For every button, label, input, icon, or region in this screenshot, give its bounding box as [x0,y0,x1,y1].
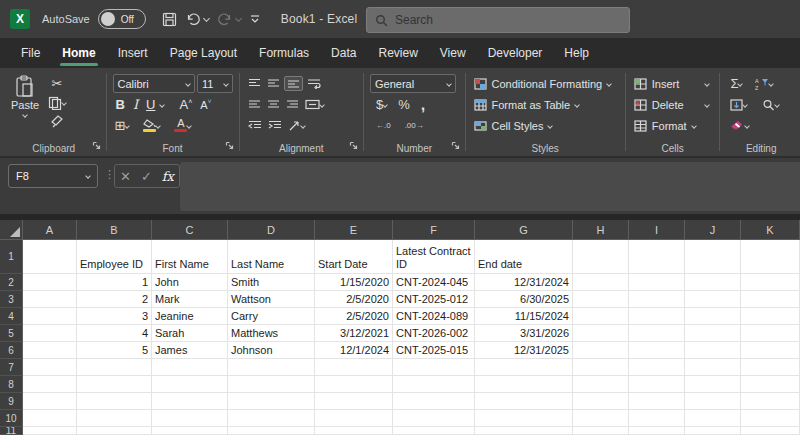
cell-styles-button[interactable]: Cell Styles [468,115,623,136]
cell-B11[interactable] [77,427,152,435]
cell-C3[interactable]: Mark [152,291,228,308]
cell-I6[interactable] [629,342,685,359]
cancel-button[interactable]: ✕ [120,169,131,184]
cell-H11[interactable] [573,427,629,435]
cell-D6[interactable]: Johnson [228,342,315,359]
save-button[interactable] [160,9,179,30]
name-box[interactable]: F8 [8,164,98,188]
cell-C8[interactable] [152,376,228,393]
cell-J5[interactable] [685,325,741,342]
cell-D8[interactable] [228,376,315,393]
cell-G8[interactable] [475,376,573,393]
italic-button[interactable]: I [130,97,141,112]
cell-E1[interactable]: Start Date [315,240,393,274]
column-header-J[interactable]: J [685,220,741,240]
cell-D3[interactable]: Wattson [228,291,315,308]
row-header-3[interactable]: 3 [0,291,23,308]
row-header-9[interactable]: 9 [0,393,23,410]
cell-J6[interactable] [685,342,741,359]
cell-F1[interactable]: Latest Contract ID [393,240,475,274]
cell-B2[interactable]: 1 [77,274,152,291]
insert-function-button[interactable]: fx [162,169,174,184]
cell-G5[interactable]: 3/31/2026 [475,325,573,342]
fill-color-button[interactable] [141,118,162,133]
sort-filter-button[interactable]: A Z [753,77,775,91]
tab-insert[interactable]: Insert [107,38,159,68]
font-name-select[interactable]: Calibri [113,74,196,93]
column-header-G[interactable]: G [475,220,573,240]
cell-B7[interactable] [77,359,152,376]
cell-J10[interactable] [685,410,741,427]
cell-G2[interactable]: 12/31/2024 [475,274,573,291]
copy-button[interactable] [46,95,68,111]
cell-I8[interactable] [629,376,685,393]
excel-app-icon[interactable]: X [10,9,30,29]
cell-K4[interactable] [741,308,800,325]
row-header-2[interactable]: 2 [0,274,23,291]
cell-C7[interactable] [152,359,228,376]
wrap-text-button[interactable] [305,77,323,90]
number-dialog-launcher[interactable] [451,140,460,152]
cell-E10[interactable] [315,410,393,427]
cell-H1[interactable] [573,240,629,274]
cell-K6[interactable] [741,342,800,359]
cell-H5[interactable] [573,325,629,342]
cell-G7[interactable] [475,359,573,376]
formula-input[interactable] [180,162,800,211]
column-header-A[interactable]: A [23,220,77,240]
number-format-select[interactable]: General [370,74,456,93]
cell-K7[interactable] [741,359,800,376]
increase-decimal-button[interactable]: ←.0 [374,121,393,131]
cell-H6[interactable] [573,342,629,359]
row-header-10[interactable]: 10 [0,410,23,427]
cell-B10[interactable] [77,410,152,427]
redo-button[interactable] [215,9,243,30]
cell-F8[interactable] [393,376,475,393]
font-size-select[interactable]: 11 [197,74,232,93]
row-header-7[interactable]: 7 [0,359,23,376]
cell-A5[interactable] [23,325,77,342]
cell-B3[interactable]: 2 [77,291,152,308]
tab-file[interactable]: File [10,38,51,68]
format-painter-button[interactable] [46,114,68,129]
middle-align-button[interactable] [265,77,282,90]
cell-K9[interactable] [741,393,800,410]
cell-K8[interactable] [741,376,800,393]
insert-cells-button[interactable]: Insert [628,73,718,94]
accounting-format-button[interactable]: $ [374,96,389,113]
column-header-B[interactable]: B [77,220,152,240]
tab-view[interactable]: View [429,38,477,68]
cell-D11[interactable] [228,427,315,435]
cell-I1[interactable] [629,240,685,274]
cell-J1[interactable] [685,240,741,274]
cell-J4[interactable] [685,308,741,325]
column-header-F[interactable]: F [393,220,475,240]
borders-button[interactable]: ⊞ [113,117,132,134]
tab-page-layout[interactable]: Page Layout [159,38,248,68]
cell-I7[interactable] [629,359,685,376]
cell-I2[interactable] [629,274,685,291]
delete-cells-button[interactable]: Delete [628,94,718,115]
tab-formulas[interactable]: Formulas [248,38,320,68]
cell-A11[interactable] [23,427,77,435]
undo-button[interactable] [183,9,211,30]
cell-B9[interactable] [77,393,152,410]
cell-G11[interactable] [475,427,573,435]
cell-E5[interactable]: 3/12/2021 [315,325,393,342]
cell-A10[interactable] [23,410,77,427]
cell-D4[interactable]: Carry [228,308,315,325]
cut-button[interactable]: ✂ [46,75,68,92]
decrease-decimal-button[interactable]: .00→ [403,121,426,131]
row-header-8[interactable]: 8 [0,376,23,393]
cell-G3[interactable]: 6/30/2025 [475,291,573,308]
orientation-button[interactable] [286,119,307,133]
cell-I5[interactable] [629,325,685,342]
cell-K3[interactable] [741,291,800,308]
autosave-toggle[interactable]: Off [98,9,146,29]
percent-style-button[interactable]: % [396,96,412,113]
cell-J7[interactable] [685,359,741,376]
row-header-1[interactable]: 1 [0,240,23,274]
autosum-button[interactable]: Σ [728,75,744,92]
cell-C6[interactable]: James [152,342,228,359]
cell-F5[interactable]: CNT-2026-002 [393,325,475,342]
